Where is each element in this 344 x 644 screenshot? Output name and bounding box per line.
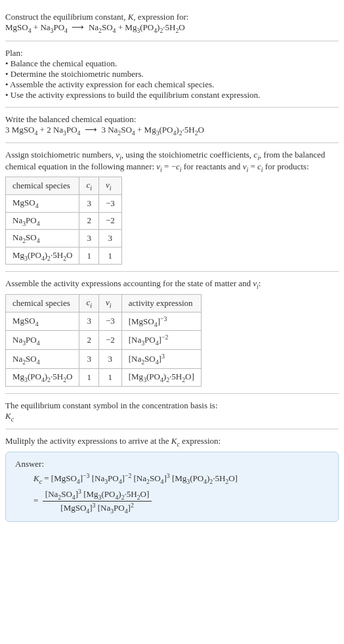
col-ci: ci — [79, 177, 99, 195]
species-cell: MgSO4 — [6, 194, 79, 212]
table-row: Mg3(PO4)2·5H2O 1 1 [Mg3(PO4)2·5H2O] — [6, 369, 202, 387]
plan-section: Plan: • Balance the chemical equation. •… — [5, 41, 339, 108]
plan-bullet-2: • Determine the stoichiometric numbers. — [5, 69, 339, 79]
ci-cell: 3 — [79, 230, 99, 247]
activity-cell: [Na2SO4]3 — [121, 350, 201, 369]
table-row: Na2SO4 3 3 — [6, 230, 122, 247]
plan-bullet-1: • Balance the chemical equation. — [5, 58, 339, 69]
vi-cell: −3 — [98, 194, 121, 212]
activity-cell: [Na3PO4]−2 — [121, 331, 201, 350]
ci-cell: 2 — [79, 212, 99, 230]
table-row: Na2SO4 3 3 [Na2SO4]3 — [6, 350, 202, 369]
answer-fraction: [Na2SO4]3 [Mg3(PO4)2·5H2O] [MgSO4]3 [Na3… — [43, 488, 152, 515]
activity-intro: Assemble the activity expressions accoun… — [5, 278, 339, 290]
table-row: MgSO4 3 −3 — [6, 194, 122, 212]
multiply-line: Mulitply the activity expressions to arr… — [5, 436, 339, 448]
plan-bullet-4: • Use the activity expressions to build … — [5, 90, 339, 100]
vi-cell: −2 — [98, 212, 121, 230]
answer-box: Answer: Kc = [MgSO4]−3 [Na3PO4]−2 [Na2SO… — [5, 452, 339, 522]
ci-cell: 1 — [79, 247, 99, 265]
table-header-row: chemical species ci νi — [6, 177, 122, 195]
activity-cell: [Mg3(PO4)2·5H2O] — [121, 369, 201, 387]
answer-label: Answer: — [15, 459, 329, 469]
activity-cell: [MgSO4]−3 — [121, 312, 201, 331]
species-cell: Mg3(PO4)2·5H2O — [6, 369, 79, 387]
vi-cell: 3 — [98, 230, 121, 247]
vi-cell: 1 — [98, 247, 121, 265]
result-section: Mulitply the activity expressions to arr… — [5, 429, 339, 528]
ci-cell: 3 — [79, 350, 99, 369]
stoich-intro: Assign stoichiometric numbers, νi, using… — [5, 150, 339, 173]
ci-cell: 3 — [79, 194, 99, 212]
table-header-row: chemical species ci νi activity expressi… — [6, 294, 202, 312]
fraction-denominator: [MgSO4]3 [Na3PO4]2 — [43, 502, 152, 515]
unbalanced-equation: MgSO4 + Na3PO4 ⟶ Na2SO4 + Mg3(PO4)2·5H2O — [5, 22, 339, 34]
table-row: Na3PO4 2 −2 [Na3PO4]−2 — [6, 331, 202, 350]
fraction-numerator: [Na2SO4]3 [Mg3(PO4)2·5H2O] — [43, 488, 152, 502]
col-vi: νi — [98, 294, 121, 312]
vi-cell: −3 — [98, 312, 121, 331]
answer-expression: Kc = [MgSO4]−3 [Na3PO4]−2 [Na2SO4]3 [Mg3… — [33, 472, 329, 485]
symbol-section: The equilibrium constant symbol in the c… — [5, 394, 339, 430]
balanced-heading: Write the balanced chemical equation: — [5, 114, 339, 125]
plan-heading: Plan: — [5, 48, 339, 58]
species-cell: Na3PO4 — [6, 212, 79, 230]
col-species: chemical species — [6, 294, 79, 312]
col-ci: ci — [79, 294, 99, 312]
table-row: Na3PO4 2 −2 — [6, 212, 122, 230]
symbol-kc: Kc — [5, 411, 339, 423]
symbol-line1: The equilibrium constant symbol in the c… — [5, 400, 339, 411]
ci-cell: 2 — [79, 331, 99, 350]
col-activity: activity expression — [121, 294, 201, 312]
vi-cell: 1 — [98, 369, 121, 387]
species-cell: MgSO4 — [6, 312, 79, 331]
prompt-line: Construct the equilibrium constant, K, e… — [5, 12, 339, 22]
stoich-section: Assign stoichiometric numbers, νi, using… — [5, 143, 339, 272]
activity-table: chemical species ci νi activity expressi… — [5, 294, 202, 387]
answer-fraction-line: = [Na2SO4]3 [Mg3(PO4)2·5H2O] [MgSO4]3 [N… — [33, 488, 329, 515]
plan-bullet-3: • Assemble the activity expression for e… — [5, 79, 339, 90]
prompt-section: Construct the equilibrium constant, K, e… — [5, 5, 339, 41]
ci-cell: 3 — [79, 312, 99, 331]
table-row: Mg3(PO4)2·5H2O 1 1 — [6, 247, 122, 265]
activity-section: Assemble the activity expressions accoun… — [5, 272, 339, 394]
vi-cell: 3 — [98, 350, 121, 369]
balanced-section: Write the balanced chemical equation: 3 … — [5, 108, 339, 144]
species-cell: Na2SO4 — [6, 230, 79, 247]
species-cell: Na2SO4 — [6, 350, 79, 369]
species-cell: Na3PO4 — [6, 331, 79, 350]
balanced-equation: 3 MgSO4 + 2 Na3PO4 ⟶ 3 Na2SO4 + Mg3(PO4)… — [5, 125, 339, 137]
col-species: chemical species — [6, 177, 79, 195]
col-vi: νi — [98, 177, 121, 195]
stoich-table: chemical species ci νi MgSO4 3 −3 Na3PO4… — [5, 177, 122, 265]
vi-cell: −2 — [98, 331, 121, 350]
ci-cell: 1 — [79, 369, 99, 387]
table-row: MgSO4 3 −3 [MgSO4]−3 — [6, 312, 202, 331]
species-cell: Mg3(PO4)2·5H2O — [6, 247, 79, 265]
